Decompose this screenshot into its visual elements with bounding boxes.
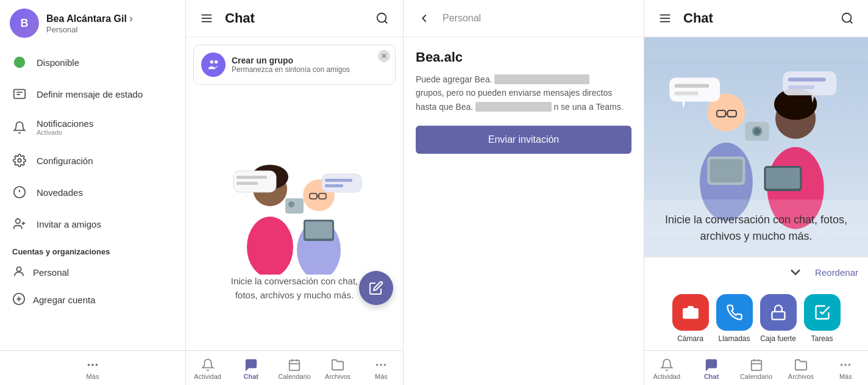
- svg-point-88: [849, 364, 850, 365]
- sidebar-item-disponible[interactable]: Disponible: [5, 46, 180, 78]
- svg-rect-33: [233, 171, 276, 192]
- personal-label: Personal: [33, 267, 69, 278]
- nav-calendario-label: Calendario: [278, 373, 310, 380]
- right-nav-calendario[interactable]: Calendario: [734, 354, 778, 384]
- right-search-button[interactable]: [836, 7, 858, 29]
- right-hamburger-button[interactable]: [654, 7, 676, 29]
- svg-point-54: [842, 13, 852, 23]
- disponible-label: Disponible: [37, 57, 79, 68]
- chat-title: Chat: [225, 10, 364, 26]
- svg-rect-74: [788, 77, 826, 81]
- sidebar-panel: B Bea Alcántara Gil › Personal Disponibl…: [0, 0, 186, 385]
- right-chat-title: Chat: [683, 10, 829, 26]
- action-tareas[interactable]: Tareas: [804, 294, 841, 343]
- notificaciones-info: Notificaciones Activado: [37, 118, 93, 136]
- svg-point-4: [18, 159, 21, 162]
- svg-rect-75: [788, 85, 814, 89]
- svg-rect-69: [669, 77, 720, 101]
- chevron-icon: ›: [129, 12, 133, 25]
- nav-calendario[interactable]: Calendario: [272, 354, 316, 384]
- hamburger-button[interactable]: [196, 7, 218, 29]
- right-nav-archivos[interactable]: Archivos: [778, 354, 823, 384]
- user-account: Personal: [46, 25, 133, 34]
- chevron-down-icon[interactable]: [786, 262, 805, 282]
- nav-chat-active[interactable]: Chat: [229, 354, 272, 384]
- sidebar-item-novedades[interactable]: Novedades: [5, 176, 180, 208]
- notificaciones-icon: [12, 120, 27, 135]
- svg-marker-36: [246, 192, 249, 198]
- svg-point-87: [845, 364, 846, 365]
- right-nav-chat-label: Chat: [704, 373, 719, 380]
- banner-title: Crear un grupo: [232, 56, 350, 65]
- right-nav-chat[interactable]: Chat: [689, 354, 733, 384]
- right-overlay-text: Inicie la conversación con chat, fotos, …: [644, 200, 868, 257]
- svg-point-86: [841, 364, 842, 365]
- add-account-icon: [12, 292, 26, 308]
- chat-empty-text: Inicie la conversación con chat, fotos, …: [221, 275, 368, 302]
- configuracion-icon: [12, 153, 27, 168]
- svg-point-79: [754, 128, 760, 134]
- svg-rect-40: [285, 198, 304, 214]
- banner-text: Crear un grupo Permanezca en sintonía co…: [232, 56, 350, 74]
- svg-point-24: [215, 60, 218, 64]
- personal-account-icon: [12, 265, 26, 280]
- right-nav-mas-label: Más: [839, 373, 852, 380]
- nav-archivos[interactable]: Archivos: [316, 354, 360, 384]
- nav-actividad[interactable]: Actividad: [186, 354, 229, 384]
- svg-point-26: [247, 217, 293, 275]
- svg-point-23: [210, 60, 214, 64]
- sidebar-item-amigos[interactable]: Invitar a amigos: [5, 208, 180, 240]
- nav-mas2-label: Más: [375, 373, 388, 380]
- action-caja-fuerte[interactable]: Caja fuerte: [760, 294, 797, 343]
- camara-label: Cámara: [677, 334, 703, 343]
- sidebar-header: B Bea Alcántara Gil › Personal: [0, 0, 185, 46]
- search-button[interactable]: [371, 7, 393, 29]
- user-name[interactable]: Bea Alcántara Gil ›: [46, 12, 133, 25]
- action-llamadas[interactable]: Llamadas: [716, 294, 753, 343]
- svg-rect-81: [772, 312, 784, 320]
- right-nav-mas[interactable]: Más: [824, 354, 868, 384]
- estado-label: Definir mensaje de estado: [37, 89, 143, 99]
- create-group-banner[interactable]: Crear un grupo Permanezca en sintonía co…: [193, 45, 396, 85]
- svg-rect-37: [322, 174, 361, 192]
- right-illustration: Inicie la conversación con chat, fotos, …: [644, 37, 868, 257]
- svg-point-21: [377, 13, 386, 23]
- svg-point-17: [96, 364, 98, 365]
- reorder-row: Reordenar: [644, 257, 868, 287]
- svg-rect-68: [710, 159, 743, 182]
- avatar[interactable]: B: [10, 9, 39, 38]
- svg-point-41: [288, 201, 294, 207]
- new-chat-fab[interactable]: [359, 271, 393, 305]
- svg-rect-82: [751, 361, 761, 371]
- llamadas-icon: [716, 294, 753, 331]
- banner-subtitle: Permanezca en sintonía con amigos: [232, 65, 350, 74]
- profile-name: Bea.alc: [416, 49, 631, 65]
- invite-button[interactable]: Enviar invitación: [416, 126, 631, 154]
- sidebar-item-configuracion[interactable]: Configuración: [5, 145, 180, 176]
- svg-point-50: [385, 364, 386, 365]
- svg-line-55: [850, 21, 852, 23]
- sidebar-item-estado[interactable]: Definir mensaje de estado: [5, 78, 180, 110]
- status-available-icon: [12, 55, 27, 70]
- svg-rect-71: [675, 92, 699, 95]
- svg-line-22: [385, 21, 387, 23]
- nav-mas2[interactable]: Más: [360, 354, 403, 384]
- sidebar-menu: Disponible Definir mensaje de estado Not…: [0, 46, 185, 350]
- add-account[interactable]: Agregar cuenta: [5, 286, 180, 314]
- banner-close-button[interactable]: ✕: [378, 50, 390, 62]
- svg-rect-43: [305, 221, 332, 239]
- svg-point-15: [88, 364, 90, 365]
- account-personal[interactable]: Personal: [5, 259, 180, 286]
- svg-rect-73: [783, 71, 836, 95]
- back-button[interactable]: [413, 7, 435, 29]
- sidebar-item-notificaciones[interactable]: Notificaciones Activado: [5, 110, 180, 145]
- notificaciones-sub: Activado: [37, 129, 93, 136]
- banner-icon: [201, 52, 226, 77]
- nav-mas[interactable]: Más: [0, 354, 185, 384]
- action-camara[interactable]: Cámara: [672, 294, 709, 343]
- chat-bottom-nav: Actividad Chat Calendario Archivos Más: [186, 350, 403, 385]
- reorder-button[interactable]: Reordenar: [815, 267, 858, 278]
- right-nav-actividad[interactable]: Actividad: [644, 354, 689, 384]
- right-empty-text: Inicie la conversación con chat, fotos, …: [656, 212, 856, 245]
- right-nav-calendario-label: Calendario: [740, 373, 772, 380]
